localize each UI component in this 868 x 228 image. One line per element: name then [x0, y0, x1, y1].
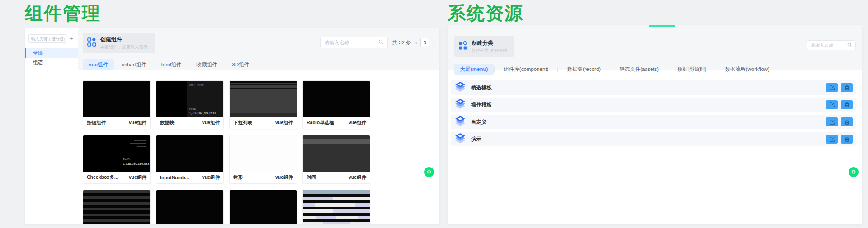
next-page-icon[interactable]: ›: [433, 39, 435, 46]
tab-fill[interactable]: 数据填报(fill): [668, 64, 716, 75]
category-list: 精选模板 操作模板: [451, 80, 856, 146]
card-name: InputNumb...: [160, 175, 189, 180]
tab-3d[interactable]: 3D组件: [225, 59, 257, 70]
thumb-id-value: 1,738,030,399,688: [123, 162, 149, 165]
component-card-inputnumber[interactable]: InputNumb... vue组件: [156, 135, 224, 184]
card-name: 数据块: [160, 120, 175, 126]
sidebar-item-scada[interactable]: 组态: [25, 58, 78, 67]
page-number-1[interactable]: 1: [420, 38, 429, 47]
component-card-row3-4[interactable]: [302, 190, 370, 224]
edit-button[interactable]: [826, 83, 838, 92]
resource-search-input[interactable]: [811, 43, 847, 48]
right-page-title: 系统资源: [448, 1, 524, 26]
component-card-time[interactable]: 时间 vue组件: [302, 135, 370, 184]
delete-button[interactable]: [841, 100, 853, 109]
system-resources-panel: 创建分类 多种分类 更好管理 大屏(menu) 组件库(comp: [448, 25, 862, 224]
delete-button[interactable]: [841, 135, 853, 144]
create-category-button[interactable]: 创建分类 多种分类 更好管理: [454, 36, 514, 57]
category-row-label: 自定义: [471, 119, 487, 126]
component-type-tabs: vue组件 echart组件 html组件 收藏组件 3D组件: [83, 59, 435, 70]
tab-component[interactable]: 组件库(component): [495, 64, 557, 75]
create-category-title: 创建分类: [472, 39, 507, 47]
create-category-subtitle: 多种分类 更好管理: [472, 48, 507, 54]
card-type: vue组件: [349, 174, 366, 181]
category-row-featured[interactable]: 精选模板: [451, 80, 856, 95]
resource-search-box: [807, 40, 856, 50]
category-sidebar: + 全部 组态: [25, 28, 78, 224]
layers-icon: [454, 98, 466, 112]
component-card-radio[interactable]: Radio单选框 vue组件: [302, 80, 370, 129]
card-type: vue组件: [349, 120, 366, 126]
component-card-button[interactable]: 按钮组件 vue组件: [83, 80, 151, 129]
card-type: vue组件: [129, 174, 146, 181]
category-row-custom[interactable]: 自定义: [451, 115, 856, 129]
tab-vue[interactable]: vue组件: [83, 59, 114, 70]
thumbnail-datablock: X值 (字符串) PetID 1,738,943,999,539: [156, 81, 223, 117]
search-icon: [847, 41, 852, 49]
category-row-label: 演示: [471, 136, 481, 143]
component-search-box: [320, 37, 388, 48]
thumbnail-dropdown: [230, 81, 297, 117]
pagination: ‹ 1 ›: [415, 38, 435, 47]
component-search-input[interactable]: [324, 40, 378, 45]
tab-assets[interactable]: 静态文件(assets): [610, 64, 668, 75]
left-page-title: 组件管理: [25, 1, 101, 26]
prev-page-icon[interactable]: ‹: [415, 39, 418, 46]
card-type: vue组件: [275, 120, 293, 126]
category-row-operation[interactable]: 操作模板: [451, 98, 856, 112]
thumb-id-label: PetID: [189, 107, 196, 110]
resources-header: 创建分类 多种分类 更好管理 大屏(menu) 组件库(comp: [448, 25, 862, 70]
settings-fab-button[interactable]: ⚙: [424, 167, 434, 177]
component-management-panel: + 全部 组态 创建组件: [25, 28, 439, 224]
card-name: 按钮组件: [87, 120, 106, 126]
sidebar-item-all[interactable]: 全部: [25, 48, 78, 58]
card-name: Radio单选框: [307, 120, 334, 126]
layers-icon: [454, 81, 466, 94]
tab-workflow[interactable]: 数据流程(workflow): [716, 64, 778, 75]
thumbnail-button: [83, 81, 150, 117]
delete-button[interactable]: [841, 117, 853, 126]
thumbnail-tree: [230, 135, 297, 172]
component-card-row3-3[interactable]: [229, 190, 297, 224]
thumbnail-black: [156, 190, 223, 224]
thumbnail-checkbox: PetID 1,738,030,399,688: [83, 135, 150, 172]
create-component-title: 创建组件: [100, 36, 148, 43]
component-card-tree[interactable]: 树形 vue组件: [229, 135, 297, 184]
edit-button[interactable]: [826, 117, 838, 126]
create-component-button[interactable]: 创建组件 丰富组件，按需引入项目: [83, 33, 155, 53]
tab-html[interactable]: html组件: [154, 59, 189, 70]
edit-button[interactable]: [826, 135, 838, 144]
create-component-subtitle: 丰富组件，按需引入项目: [100, 44, 148, 50]
thumbnail-black: [230, 190, 297, 224]
keyword-filter-input[interactable]: [28, 34, 67, 43]
tab-record[interactable]: 数据集(record): [558, 64, 610, 75]
component-card-grid: 按钮组件 vue组件 X值 (字符串) PetID 1,738,943,999,…: [78, 70, 439, 224]
edit-button[interactable]: [826, 100, 838, 109]
thumb-id-label: PetID: [123, 158, 130, 161]
component-card-checkbox[interactable]: PetID 1,738,030,399,688 Checkbox多... vue…: [83, 135, 151, 184]
tab-menu[interactable]: 大屏(menu): [454, 64, 494, 75]
thumbnail-inputnumber: [156, 135, 223, 172]
component-grid-icon: [87, 37, 96, 48]
thumbnail-time: [303, 135, 370, 172]
layers-icon: [454, 132, 466, 146]
category-row-label: 操作模板: [471, 102, 492, 108]
add-category-icon[interactable]: +: [70, 36, 73, 42]
component-card-dropdown[interactable]: 下拉列表 vue组件: [229, 80, 297, 129]
thumb-field-label: X值 (字符串): [189, 83, 221, 87]
delete-button[interactable]: [841, 83, 853, 92]
tab-echart[interactable]: echart组件: [114, 59, 154, 70]
category-row-label: 精选模板: [471, 84, 492, 91]
card-type: vue组件: [202, 174, 220, 181]
component-card-row3-1[interactable]: [83, 190, 151, 224]
component-card-datablock[interactable]: X值 (字符串) PetID 1,738,943,999,539 数据块 vue…: [156, 80, 224, 129]
card-name: 时间: [307, 174, 316, 181]
green-indicator-bar: [649, 25, 675, 27]
category-row-demo[interactable]: 演示: [451, 132, 856, 146]
card-type: vue组件: [202, 120, 220, 126]
settings-fab-button[interactable]: ⚙: [849, 167, 859, 177]
tab-favorites[interactable]: 收藏组件: [189, 59, 225, 70]
component-card-row3-2[interactable]: [156, 190, 224, 224]
card-name: 树形: [233, 174, 243, 181]
total-count-label: 共 32 条: [392, 39, 411, 46]
